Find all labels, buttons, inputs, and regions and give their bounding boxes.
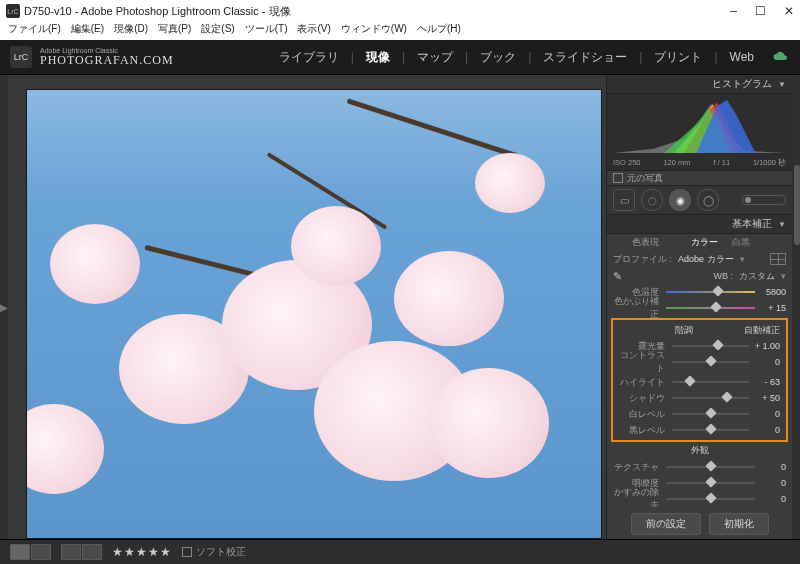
brand-bar: LrC Adobe Lightroom Classic PHOTOGRAFAN.… — [0, 40, 800, 75]
basic-title: 基本補正 — [732, 217, 772, 231]
module-web[interactable]: Web — [722, 50, 762, 64]
treatment-label: 色表現 — [613, 236, 663, 249]
menu-window[interactable]: ウィンドウ(W) — [341, 22, 407, 38]
app-frame: LrC Adobe Lightroom Classic PHOTOGRAFAN.… — [0, 40, 800, 564]
tool-dial[interactable] — [742, 195, 786, 205]
profile-value[interactable]: Adobe カラー — [678, 253, 734, 266]
tone-section-highlight: 階調 自動補正 露光量+ 1.00 コントラスト0 ハイライト- 63 シャドウ… — [611, 318, 788, 442]
maximize-button[interactable]: ☐ — [755, 4, 766, 18]
reset-button[interactable]: 初期化 — [709, 513, 769, 535]
module-map[interactable]: マップ — [409, 49, 461, 66]
wb-eyedropper-icon[interactable]: ✎ — [613, 270, 622, 283]
profile-label: プロファイル : — [613, 253, 672, 266]
menu-help[interactable]: ヘルプ(H) — [417, 22, 461, 38]
collapse-icon: ▼ — [778, 220, 786, 229]
histogram-chart — [613, 98, 786, 153]
crop-tool[interactable]: ▭ — [613, 189, 635, 211]
soft-proof-label: ソフト校正 — [196, 545, 246, 559]
compare-switcher — [61, 544, 102, 560]
minimize-button[interactable]: – — [730, 4, 737, 18]
window-titlebar: LrC D750-v10 - Adobe Photoshop Lightroom… — [0, 0, 800, 22]
wb-value[interactable]: カスタム — [739, 270, 775, 283]
soft-proof-toggle[interactable]: ソフト校正 — [182, 545, 246, 559]
right-scrollbar[interactable] — [792, 75, 800, 539]
window-title: D750-v10 - Adobe Photoshop Lightroom Cla… — [24, 4, 730, 19]
slider-texture[interactable]: テクスチャ0 — [607, 459, 792, 475]
soft-proof-checkbox[interactable] — [182, 547, 192, 557]
original-checkbox[interactable] — [613, 173, 623, 183]
module-slideshow[interactable]: スライドショー — [535, 49, 635, 66]
original-label: 元の写真 — [627, 172, 663, 185]
close-button[interactable]: ✕ — [784, 4, 794, 18]
mask-tool[interactable]: ◯ — [697, 189, 719, 211]
left-panel-toggle[interactable]: ▶ — [0, 75, 8, 539]
brand-line2: PHOTOGRAFAN.COM — [40, 54, 174, 67]
slider-dehaze[interactable]: かすみの除去0 — [607, 491, 792, 507]
tool-strip: ▭ ◌ ◉ ◯ — [607, 186, 792, 215]
treatment-bw[interactable]: 白黒 — [732, 236, 787, 249]
histo-shutter: 1/1000 秒 — [753, 158, 786, 168]
menu-view[interactable]: 表示(V) — [297, 22, 330, 38]
menu-edit[interactable]: 編集(E) — [71, 22, 104, 38]
histo-aperture: f / 11 — [713, 158, 730, 168]
previous-settings-button[interactable]: 前の設定 — [631, 513, 701, 535]
app-icon: LrC — [6, 4, 20, 18]
slider-tint[interactable]: 色かぶり補正+ 15 — [607, 300, 792, 316]
treatment-color[interactable]: カラー — [663, 236, 732, 249]
module-library[interactable]: ライブラリ — [271, 49, 347, 66]
histo-focal: 120 mm — [663, 158, 690, 168]
redeye-tool[interactable]: ◉ — [669, 189, 691, 211]
menu-develop[interactable]: 現像(D) — [114, 22, 148, 38]
presence-header: 外観 — [607, 444, 792, 459]
histogram-panel[interactable]: ISO 250 120 mm f / 11 1/1000 秒 — [607, 94, 792, 171]
slider-contrast[interactable]: コントラスト0 — [613, 354, 786, 370]
before-after-button[interactable] — [31, 544, 51, 560]
preview-image[interactable] — [26, 89, 602, 539]
histogram-header[interactable]: ヒストグラム▼ — [607, 75, 792, 94]
slider-whites[interactable]: 白レベル0 — [613, 406, 786, 422]
spot-tool[interactable]: ◌ — [641, 189, 663, 211]
toolbar-footer: ★★★★★ ソフト校正 — [0, 539, 800, 564]
brand-logo-icon: LrC — [10, 46, 32, 68]
module-develop[interactable]: 現像 — [358, 49, 398, 66]
histogram-title: ヒストグラム — [712, 77, 772, 91]
profile-browser-icon[interactable] — [770, 253, 786, 265]
basic-header[interactable]: 基本補正▼ — [607, 215, 792, 234]
brand-text: Adobe Lightroom Classic PHOTOGRAFAN.COM — [40, 47, 174, 67]
menu-tools[interactable]: ツール(T) — [245, 22, 288, 38]
compare-y-button[interactable] — [61, 544, 81, 560]
module-picker: ライブラリ| 現像| マップ| ブック| スライドショー| プリント| Web — [271, 49, 790, 66]
histo-iso: ISO 250 — [613, 158, 641, 168]
menu-photo[interactable]: 写真(P) — [158, 22, 191, 38]
slider-shadows[interactable]: シャドウ+ 50 — [613, 390, 786, 406]
menu-bar: ファイル(F) 編集(E) 現像(D) 写真(P) 設定(S) ツール(T) 表… — [0, 22, 800, 40]
slider-blacks[interactable]: 黒レベル0 — [613, 422, 786, 438]
module-print[interactable]: プリント — [646, 49, 710, 66]
view-switcher — [10, 544, 51, 560]
canvas-area — [8, 75, 606, 539]
original-photo-toggle[interactable]: 元の写真 — [607, 171, 792, 186]
panel-footer-buttons: 前の設定 初期化 — [607, 507, 792, 539]
basic-panel: 色表現 カラー 白黒 プロファイル : Adobe カラー ▾ ✎ WB : — [607, 234, 792, 507]
module-book[interactable]: ブック — [472, 49, 524, 66]
cloud-sync-icon[interactable] — [772, 51, 790, 63]
loupe-view-button[interactable] — [10, 544, 30, 560]
auto-tone-button[interactable]: 自動補正 — [707, 324, 781, 337]
collapse-icon: ▼ — [778, 80, 786, 89]
wb-label: WB : — [714, 271, 734, 281]
slider-highlights[interactable]: ハイライト- 63 — [613, 374, 786, 390]
compare-x-button[interactable] — [82, 544, 102, 560]
rating-stars[interactable]: ★★★★★ — [112, 545, 172, 559]
menu-settings[interactable]: 設定(S) — [201, 22, 234, 38]
menu-file[interactable]: ファイル(F) — [8, 22, 61, 38]
tone-header: 階調 — [619, 324, 707, 337]
right-panels: ヒストグラム▼ ISO 250 120 mm f / 11 1/1000 — [606, 75, 800, 539]
